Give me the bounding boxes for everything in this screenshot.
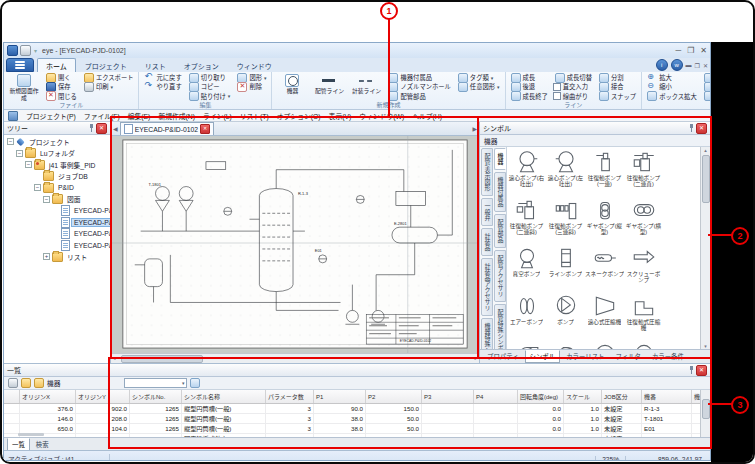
export-icon[interactable] bbox=[21, 378, 31, 388]
tree-expander-icon[interactable]: − bbox=[16, 150, 23, 157]
ribbon-button[interactable]: 保存 bbox=[44, 82, 79, 91]
checkbox-icon[interactable] bbox=[553, 83, 561, 91]
ribbon-button[interactable]: エクスポート bbox=[82, 73, 136, 82]
ribbon-button[interactable]: 分割 bbox=[597, 73, 638, 82]
ribbon-button[interactable]: 後退 bbox=[509, 82, 550, 91]
ribbon-button[interactable]: コピー bbox=[187, 82, 233, 91]
ribbon-button[interactable]: 選択箇所拡大 bbox=[702, 82, 710, 91]
table-cell bbox=[4, 414, 20, 423]
pin-icon[interactable] bbox=[89, 124, 94, 132]
snap-icon bbox=[599, 91, 609, 101]
ribbon-tab-1[interactable]: プロジェクト bbox=[76, 58, 136, 72]
tree-item[interactable]: −j41 事例集_PID bbox=[4, 159, 110, 171]
tree-item[interactable]: ジョブDB bbox=[4, 171, 110, 183]
ribbon-button[interactable]: ボックス拡大 bbox=[645, 92, 699, 101]
dropdown-arrow-icon: ▾ bbox=[110, 84, 113, 90]
ribbon-button[interactable]: 開く bbox=[44, 73, 79, 82]
quick-access-dropdown-icon[interactable]: ▾ bbox=[34, 47, 37, 54]
window-title: eye - [EYECAD-PJD-0102] bbox=[42, 47, 126, 54]
print-icon[interactable] bbox=[8, 378, 18, 388]
tree-close-icon[interactable]: ✕ bbox=[96, 123, 107, 134]
ribbon-group-label: ファイル bbox=[4, 101, 138, 109]
ribbon-tab-0[interactable]: ホーム bbox=[37, 58, 76, 72]
ribbon-tab-4[interactable]: ウィンドウ bbox=[228, 58, 281, 72]
ribbon-button[interactable]: 成長終了 bbox=[509, 92, 550, 101]
import-icon[interactable] bbox=[34, 378, 44, 388]
ribbon-button[interactable]: 貼り付け▾ bbox=[187, 92, 233, 101]
ribbon-button[interactable]: 機器付属品 bbox=[386, 73, 452, 82]
ribbon-checkbox[interactable]: 直交入力 bbox=[553, 82, 594, 91]
maximize-button[interactable]: ❐ bbox=[687, 46, 694, 55]
tree-item[interactable]: EYECAD-P&ID-0101 bbox=[4, 205, 110, 217]
table-cell: 146.0 bbox=[20, 414, 76, 423]
grow-end-icon bbox=[511, 91, 521, 101]
ribbon-button[interactable]: やり直す bbox=[142, 82, 183, 91]
ribbon-tab-3[interactable]: オプション bbox=[175, 58, 228, 72]
ribbon-button[interactable]: スナップ bbox=[597, 92, 638, 101]
ribbon-checkbox[interactable]: 線曲がり bbox=[553, 92, 594, 101]
tree-expander-icon[interactable]: − bbox=[7, 138, 14, 145]
ribbon-button[interactable]: 計装ライン bbox=[349, 73, 383, 101]
tree-item[interactable]: −Luフォルダ bbox=[4, 148, 110, 160]
annotation-circle-3: 3 bbox=[731, 396, 749, 414]
ribbon-button[interactable]: 成長 bbox=[509, 73, 550, 82]
ribbon-button[interactable]: ノズルマンホール bbox=[386, 82, 452, 91]
list-panel-title: 一覧 bbox=[7, 365, 21, 375]
tree-item[interactable]: −P&ID bbox=[4, 182, 110, 194]
ribbon-button[interactable]: 配管部品 bbox=[386, 92, 452, 101]
w-icon[interactable]: w bbox=[671, 59, 683, 71]
tree-expander-icon[interactable]: − bbox=[43, 196, 50, 203]
close-button[interactable]: ✕ bbox=[700, 46, 707, 55]
doc-restore-icon[interactable]: ❐ bbox=[695, 62, 700, 69]
menu-item-0[interactable]: プロジェクト(P) bbox=[26, 111, 76, 121]
tree-expander-icon[interactable]: − bbox=[34, 184, 41, 191]
ribbon-button[interactable]: 成長切替 bbox=[553, 73, 594, 82]
ribbon-button[interactable]: 3Dモデル表示 bbox=[702, 92, 710, 101]
tree-panel-header: ツリー ✕ bbox=[4, 122, 110, 135]
table-header-cell[interactable] bbox=[4, 390, 20, 403]
ribbon-button[interactable]: タグ類▾ bbox=[456, 73, 502, 82]
ribbon-tab-2[interactable]: リスト bbox=[136, 58, 175, 72]
ribbon: 新規図面作成開く保存閉じるエクスポート印刷▾ファイル元に戻すやり直す切り取りコピ… bbox=[4, 72, 710, 110]
tree-panel: ツリー ✕ −プロジェクト−Luフォルダ−j41 事例集_PIDジョブDB−P&… bbox=[4, 122, 111, 363]
tree-item[interactable]: −プロジェクト bbox=[4, 136, 110, 148]
annotation-box-canvas bbox=[110, 116, 479, 359]
ribbon-button[interactable]: 接合 bbox=[597, 82, 638, 91]
ribbon-group: 成長後退成長終了成長切替直交入力線曲がり分割接合スナップライン bbox=[506, 72, 643, 109]
tree-item[interactable]: −図面 bbox=[4, 194, 110, 206]
minimize-button[interactable]: ─ bbox=[675, 46, 681, 55]
tree-item[interactable]: EYECAD-P&ID-0103 bbox=[4, 228, 110, 240]
list-category-label: 機器 bbox=[47, 378, 61, 388]
tree-item[interactable]: EYECAD-P&ID-0102 bbox=[4, 217, 110, 229]
tree-expander-icon[interactable]: − bbox=[25, 161, 32, 168]
doc-icon bbox=[61, 205, 70, 216]
quick-print-icon[interactable] bbox=[20, 45, 31, 56]
app-icon[interactable] bbox=[7, 45, 18, 56]
tree-item[interactable]: +リスト bbox=[4, 251, 110, 263]
ribbon-button[interactable]: 切り取り bbox=[187, 73, 233, 82]
ribbon-button[interactable]: 任意図形▾ bbox=[456, 82, 502, 91]
checkbox-icon[interactable] bbox=[553, 92, 561, 100]
ribbon-button[interactable]: 新規図面作成 bbox=[7, 73, 41, 101]
zoom-level[interactable]: 225% bbox=[595, 456, 625, 462]
ribbon-button[interactable]: 機器 bbox=[275, 73, 309, 101]
doc-minimize-icon[interactable]: ▬ bbox=[686, 62, 692, 68]
doc-close-icon[interactable]: ✕ bbox=[703, 62, 708, 69]
model-3d-icon bbox=[704, 91, 710, 101]
tree-expander-icon[interactable]: + bbox=[43, 253, 50, 260]
info-icon[interactable]: i bbox=[656, 59, 668, 71]
ribbon-button[interactable]: 閉じる bbox=[44, 92, 79, 101]
tree-item[interactable]: EYECAD-P&ID-0104 bbox=[4, 240, 110, 252]
application-menu-button[interactable] bbox=[6, 58, 34, 72]
list-tab-1[interactable]: 検索 bbox=[31, 438, 54, 450]
table-header-cell[interactable]: オリジンX bbox=[20, 390, 76, 403]
ribbon-button[interactable]: 図形▾ bbox=[235, 73, 268, 82]
list-tab-0[interactable]: 一覧 bbox=[7, 438, 30, 450]
ribbon-button[interactable]: 縮小 bbox=[645, 82, 699, 91]
ribbon-button[interactable]: 削除 bbox=[235, 82, 268, 91]
ribbon-button[interactable]: 配管ライン bbox=[312, 73, 346, 101]
new-doc-icon bbox=[17, 74, 31, 87]
ribbon-button[interactable]: 印刷▾ bbox=[82, 82, 136, 91]
ribbon-button[interactable]: 全体表示 bbox=[702, 73, 710, 82]
table-horizontal-scroll-thumb[interactable] bbox=[18, 433, 44, 436]
